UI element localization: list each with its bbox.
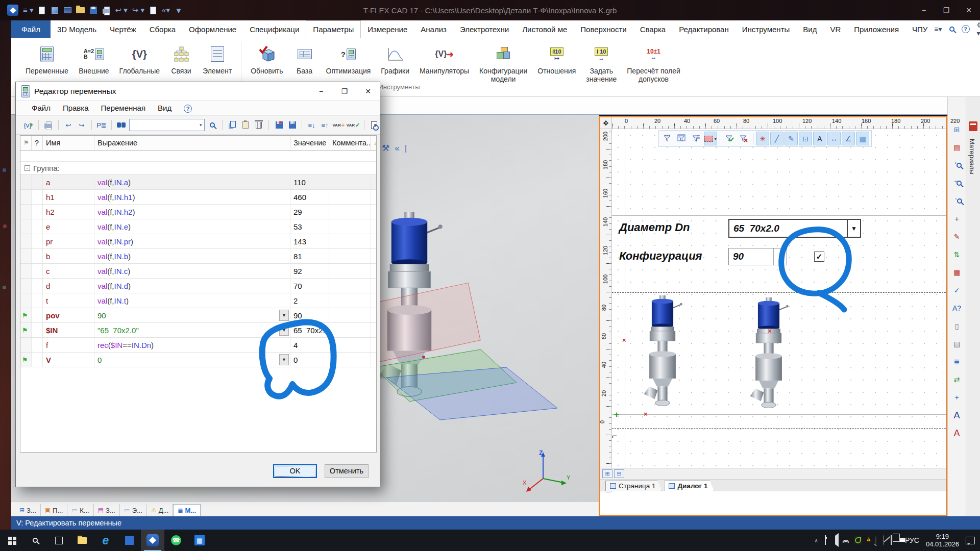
ribbon-button-Оптимизация[interactable]: ?Оптимизация bbox=[321, 41, 376, 77]
diameter-combobox[interactable]: 65 70x2.0 ▼ bbox=[728, 219, 861, 238]
variable-row-$IN[interactable]: ⚑$IN"65 70x2.0"▼65 70x2.0 bbox=[20, 323, 376, 338]
materials-icon[interactable]: ▤ bbox=[950, 141, 964, 154]
variable-expression[interactable]: val(f,IN.h2) bbox=[94, 205, 290, 219]
snap-angle-icon[interactable]: ∠ bbox=[842, 132, 855, 145]
axes-icon[interactable]: + bbox=[950, 391, 964, 404]
start-button[interactable] bbox=[0, 530, 23, 551]
edge-icon[interactable]: e bbox=[94, 530, 117, 551]
divider-icon[interactable]: | bbox=[405, 143, 407, 154]
column-header-Выражение[interactable]: Выражение bbox=[94, 136, 290, 150]
ribbon-button-Конфигурации[interactable]: Конфигурации модели bbox=[474, 41, 532, 85]
snap-box-icon[interactable]: ⊡ bbox=[799, 132, 812, 145]
variable-expression[interactable]: 90▼ bbox=[94, 308, 290, 322]
variable-expression[interactable]: val(f,IN.d) bbox=[94, 279, 290, 293]
chevron-down-icon[interactable]: ▼ bbox=[279, 324, 289, 336]
ribbon-button-Задать[interactable]: I 10↔Задать значение bbox=[581, 41, 622, 85]
drawing-window[interactable]: ✥ 020406080100120140160180200220 2001801… bbox=[599, 116, 947, 516]
check-var-icon[interactable]: VAR✓ bbox=[347, 119, 360, 131]
copy-icon[interactable] bbox=[227, 119, 238, 131]
confirm-icon[interactable]: ✓ bbox=[950, 284, 964, 296]
variable-expression[interactable]: 0▼ bbox=[94, 353, 290, 367]
variable-row-a[interactable]: aval(f,IN.a)110 bbox=[20, 175, 376, 190]
variable-row-c[interactable]: cval(f,IN.c)92 bbox=[20, 264, 376, 279]
ribbon-button-Пересчёт полей[interactable]: 10±1↔Пересчёт полей допусков bbox=[622, 41, 685, 85]
variable-row-V[interactable]: ⚑V0▼0 bbox=[20, 353, 376, 367]
tab-Оформление[interactable]: Оформление bbox=[182, 20, 243, 38]
zoom-in-icon[interactable]: + bbox=[950, 159, 964, 171]
app-logo-icon[interactable] bbox=[7, 5, 18, 16]
filter-visible-icon[interactable] bbox=[661, 132, 674, 145]
variable-row-h1[interactable]: h1val(f,IN.h1)460 bbox=[20, 190, 376, 205]
tab-Параметры[interactable]: Параметры bbox=[306, 20, 361, 38]
variable-expression[interactable]: val(f,IN.pr) bbox=[94, 234, 290, 248]
pan-icon[interactable]: + bbox=[950, 213, 964, 225]
variable-row-e[interactable]: eval(f,IN.e)53 bbox=[20, 219, 376, 234]
menu-Правка[interactable]: Правка bbox=[57, 102, 94, 114]
volume-icon[interactable] bbox=[832, 536, 839, 545]
cancel-button[interactable]: Отменить bbox=[325, 464, 369, 478]
menu-icon[interactable]: ≡ ▾ bbox=[23, 5, 33, 16]
redo-icon[interactable]: ↪ bbox=[76, 119, 87, 131]
chevron-down-icon[interactable]: ▼ bbox=[279, 354, 289, 365]
tools-icon[interactable]: ⚒ bbox=[382, 143, 389, 154]
new-document-icon[interactable] bbox=[38, 5, 46, 16]
checker-icon[interactable]: ▦ bbox=[950, 266, 964, 279]
snap-sketch-icon[interactable]: ✎ bbox=[785, 132, 798, 145]
ribbon-button-Графики[interactable]: Графики bbox=[376, 41, 414, 77]
dock-tab-З...[interactable]: ⊞З... bbox=[15, 504, 41, 516]
page-tab-Страница 1[interactable]: Страница 1 bbox=[605, 481, 662, 491]
page-icon[interactable] bbox=[149, 5, 157, 16]
configuration-checkbox[interactable]: ✓ bbox=[814, 252, 824, 262]
search-combobox[interactable]: ▾ bbox=[129, 119, 205, 131]
history-icon[interactable]: «▾ bbox=[162, 5, 170, 16]
print-icon[interactable] bbox=[43, 119, 54, 131]
undo-icon[interactable]: ↩ bbox=[63, 119, 74, 131]
close-button[interactable]: ✕ bbox=[958, 1, 980, 20]
variable-expression[interactable]: val(f,IN.e) bbox=[94, 219, 290, 234]
filter-frame-icon[interactable] bbox=[675, 132, 689, 145]
variable-row-f[interactable]: frec($IN==IN.Dn)4 bbox=[20, 338, 376, 353]
sheet-grid-icon[interactable]: ⊞ bbox=[950, 123, 964, 136]
drawing-canvas[interactable]: ▾✳╱✎⊡A↔∠▦ Диаметр Dn 65 70x2.0 ▼ Конфигу… bbox=[612, 129, 946, 468]
tab-Редактирован[interactable]: Редактирован bbox=[672, 20, 736, 38]
settings-gear-icon[interactable]: ⚙ ▾ bbox=[977, 21, 980, 37]
configuration-combobox[interactable]: 90 ▼ bbox=[728, 248, 787, 265]
3d-view-toolbar[interactable]: ⚒«| bbox=[382, 143, 407, 154]
find-icon[interactable] bbox=[116, 119, 127, 131]
minimize-ribbon-icon[interactable]: ≡▾ bbox=[934, 25, 942, 33]
tab-Листовой ме[interactable]: Листовой ме bbox=[516, 20, 574, 38]
add-variable-icon[interactable]: {v}+ bbox=[23, 119, 34, 131]
menu-Переменная[interactable]: Переменная bbox=[95, 102, 152, 114]
ribbon-button-Переменные[interactable]: Переменные bbox=[20, 41, 74, 77]
filter-apply-icon[interactable] bbox=[723, 132, 736, 145]
task-view-button[interactable] bbox=[47, 530, 70, 551]
tab-3D Модель[interactable]: 3D Модель bbox=[51, 20, 103, 38]
snap-text-icon[interactable]: A bbox=[813, 132, 826, 145]
menu-Вид[interactable]: Вид bbox=[152, 102, 177, 114]
column-header-?[interactable]: ? bbox=[32, 136, 43, 150]
dock-tab-П...[interactable]: ▣П... bbox=[41, 504, 68, 516]
snap-dimension-icon[interactable]: ↔ bbox=[827, 132, 841, 145]
variable-row-h2[interactable]: h2val(f,IN.h2)29 bbox=[20, 205, 376, 219]
ok-button[interactable]: OK bbox=[273, 464, 317, 478]
muted-device-icon[interactable] bbox=[883, 536, 884, 545]
column-header-Имя[interactable]: Имя bbox=[43, 136, 94, 150]
zoom-out-icon[interactable]: − bbox=[950, 177, 964, 189]
help-icon[interactable]: ? bbox=[962, 25, 970, 33]
pinned-app-icon[interactable]: ▦ bbox=[188, 530, 211, 551]
collapse-icon[interactable]: « bbox=[395, 143, 399, 154]
tab-Измерение[interactable]: Измерение bbox=[361, 20, 414, 38]
customize-toolbar-icon[interactable]: ▼ bbox=[175, 5, 183, 16]
maximize-button[interactable]: ❐ bbox=[935, 1, 958, 20]
app-tile-icon[interactable] bbox=[117, 530, 141, 551]
materials-panel-tab[interactable]: Материалы bbox=[966, 97, 980, 516]
pages-icon[interactable]: ▤ bbox=[950, 338, 964, 350]
page-tab-Диалог 1[interactable]: Диалог 1 bbox=[664, 481, 714, 491]
text-red-icon[interactable]: А bbox=[950, 427, 964, 439]
column-header-⚑[interactable]: ⚑ bbox=[20, 136, 32, 150]
valve-figure-2[interactable] bbox=[744, 297, 793, 417]
save-variables-icon[interactable]: a bbox=[273, 119, 284, 131]
file-explorer-icon[interactable] bbox=[70, 530, 94, 551]
minimize-button[interactable]: − bbox=[913, 1, 935, 20]
variable-row-d[interactable]: dval(f,IN.d)70 bbox=[20, 279, 376, 293]
